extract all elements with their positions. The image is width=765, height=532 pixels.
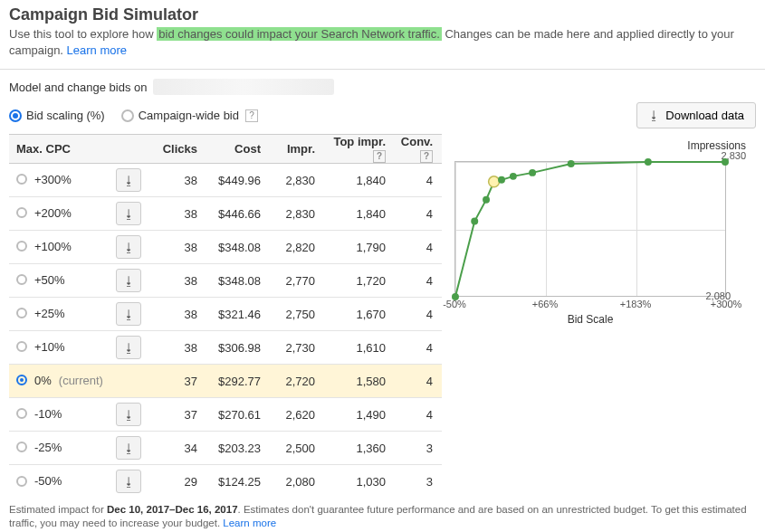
download-icon: ⭳ bbox=[123, 174, 135, 187]
conv-cell: 4 bbox=[395, 298, 442, 331]
help-icon[interactable]: ? bbox=[245, 109, 258, 122]
current-suffix: (current) bbox=[59, 374, 103, 387]
radio-icon bbox=[16, 274, 27, 285]
impr-cell: 2,750 bbox=[270, 298, 324, 331]
svg-point-1 bbox=[471, 218, 478, 225]
row-select-radio[interactable]: +50% bbox=[16, 273, 65, 287]
table-row: +10%⭳38$306.982,7301,6104 bbox=[9, 331, 442, 365]
campaign-wide-bid-radio[interactable]: Campaign-wide bid ? bbox=[121, 109, 258, 122]
table-row: -50%⭳29$124.252,0801,0303 bbox=[9, 465, 442, 499]
cpc-value: 0% bbox=[34, 374, 52, 387]
row-select-radio[interactable]: 0% (current) bbox=[16, 374, 103, 387]
chart-x-label: Bid Scale bbox=[454, 313, 726, 326]
conv-cell: 4 bbox=[395, 231, 442, 264]
row-download-button[interactable]: ⭳ bbox=[116, 235, 141, 259]
top-impr-cell: 1,790 bbox=[324, 231, 395, 264]
row-select-radio[interactable]: -10% bbox=[16, 407, 62, 421]
subtitle-highlight: bid changes could impact your Search Net… bbox=[157, 27, 441, 41]
clicks-cell: 37 bbox=[154, 365, 206, 398]
download-icon: ⭳ bbox=[123, 207, 135, 221]
row-download-button[interactable]: ⭳ bbox=[116, 436, 141, 460]
svg-point-5 bbox=[510, 173, 517, 180]
svg-point-2 bbox=[483, 196, 490, 204]
clicks-cell: 29 bbox=[154, 465, 206, 499]
clicks-cell: 38 bbox=[154, 164, 206, 197]
top-impr-cell: 1,580 bbox=[324, 365, 395, 398]
download-icon: ⭳ bbox=[123, 408, 135, 422]
row-download-button[interactable]: ⭳ bbox=[116, 269, 141, 292]
page-title: Campaign Bid Simulator bbox=[9, 5, 756, 24]
row-select-radio[interactable]: +300% bbox=[16, 173, 72, 186]
chart-grid: 2,080 bbox=[454, 161, 726, 297]
cost-cell: $348.08 bbox=[206, 231, 270, 264]
top-impr-cell: 1,610 bbox=[324, 331, 395, 365]
controls-row: Bid scaling (%) Campaign-wide bid ? ⭳ Do… bbox=[0, 102, 765, 134]
svg-point-6 bbox=[529, 169, 536, 176]
clicks-cell: 38 bbox=[154, 231, 206, 264]
impr-cell: 2,820 bbox=[270, 231, 324, 264]
subtitle: Use this tool to explore how bid changes… bbox=[9, 26, 756, 58]
impr-cell: 2,720 bbox=[270, 365, 324, 398]
cpc-value: +50% bbox=[34, 273, 65, 287]
top-impr-cell: 1,360 bbox=[324, 432, 395, 465]
download-data-button[interactable]: ⭳ Download data bbox=[636, 102, 756, 128]
radio-icon bbox=[16, 408, 27, 419]
svg-point-9 bbox=[722, 158, 729, 166]
radio-icon bbox=[16, 476, 27, 487]
x-tick: +66% bbox=[532, 299, 558, 309]
table-row: +300%⭳38$449.962,8301,8404 bbox=[9, 164, 442, 197]
cost-cell: $348.08 bbox=[206, 264, 270, 298]
top-impr-cell: 1,840 bbox=[324, 164, 395, 197]
row-select-radio[interactable]: +25% bbox=[16, 307, 65, 320]
impr-cell: 2,770 bbox=[270, 264, 324, 298]
conv-cell: 3 bbox=[395, 432, 442, 465]
radio-icon bbox=[16, 308, 27, 318]
header: Campaign Bid Simulator Use this tool to … bbox=[0, 0, 765, 65]
table-row: +200%⭳38$446.662,8301,8404 bbox=[9, 197, 442, 231]
footnote-learn-more-link[interactable]: Learn more bbox=[223, 518, 276, 528]
svg-point-3 bbox=[489, 176, 500, 187]
chart-line bbox=[450, 157, 731, 302]
conv-cell: 4 bbox=[395, 365, 442, 398]
clicks-cell: 38 bbox=[154, 264, 206, 298]
col-conv: Conv. ? bbox=[395, 135, 442, 164]
impr-cell: 2,620 bbox=[270, 398, 324, 432]
row-download-button[interactable]: ⭳ bbox=[116, 168, 141, 192]
impressions-chart: Impressions 2,830 2,080 -50%+66%+183%+30… bbox=[454, 134, 753, 326]
row-select-radio[interactable]: +200% bbox=[16, 206, 72, 220]
download-icon: ⭳ bbox=[123, 475, 135, 489]
row-select-radio[interactable]: -25% bbox=[16, 441, 62, 454]
cpc-value: +300% bbox=[34, 173, 72, 186]
divider bbox=[0, 69, 765, 70]
cpc-value: +100% bbox=[34, 240, 72, 253]
clicks-cell: 38 bbox=[154, 298, 206, 331]
model-row: Model and change bids on bbox=[0, 79, 765, 102]
top-impr-cell: 1,840 bbox=[324, 197, 395, 231]
cost-cell: $449.96 bbox=[206, 164, 270, 197]
row-select-radio[interactable]: +10% bbox=[16, 340, 65, 354]
radio-icon bbox=[16, 375, 27, 385]
row-download-button[interactable]: ⭳ bbox=[116, 202, 141, 225]
bid-scaling-radio[interactable]: Bid scaling (%) bbox=[9, 109, 105, 122]
col-clicks: Clicks bbox=[154, 135, 206, 164]
help-icon[interactable]: ? bbox=[373, 150, 386, 163]
row-download-button[interactable]: ⭳ bbox=[116, 470, 141, 493]
row-download-button[interactable]: ⭳ bbox=[116, 302, 141, 326]
row-download-button[interactable]: ⭳ bbox=[116, 336, 141, 359]
download-icon: ⭳ bbox=[123, 341, 135, 355]
conv-cell: 4 bbox=[395, 197, 442, 231]
cpc-value: -10% bbox=[34, 407, 62, 421]
cost-cell: $270.61 bbox=[206, 398, 270, 432]
col-cost: Cost bbox=[206, 135, 270, 164]
table-row: +25%⭳38$321.462,7501,6704 bbox=[9, 298, 442, 331]
model-label: Model and change bids on bbox=[9, 81, 148, 94]
download-icon: ⭳ bbox=[123, 442, 135, 455]
bid-scaling-label: Bid scaling (%) bbox=[26, 109, 105, 122]
row-download-button[interactable]: ⭳ bbox=[116, 403, 141, 426]
row-select-radio[interactable]: -50% bbox=[16, 474, 62, 488]
footnote-pre: Estimated impact for bbox=[9, 504, 107, 515]
help-icon[interactable]: ? bbox=[420, 150, 433, 163]
row-select-radio[interactable]: +100% bbox=[16, 240, 72, 253]
learn-more-link[interactable]: Learn more bbox=[67, 43, 127, 57]
chart-x-ticks: -50%+66%+183%+300% bbox=[454, 297, 726, 311]
